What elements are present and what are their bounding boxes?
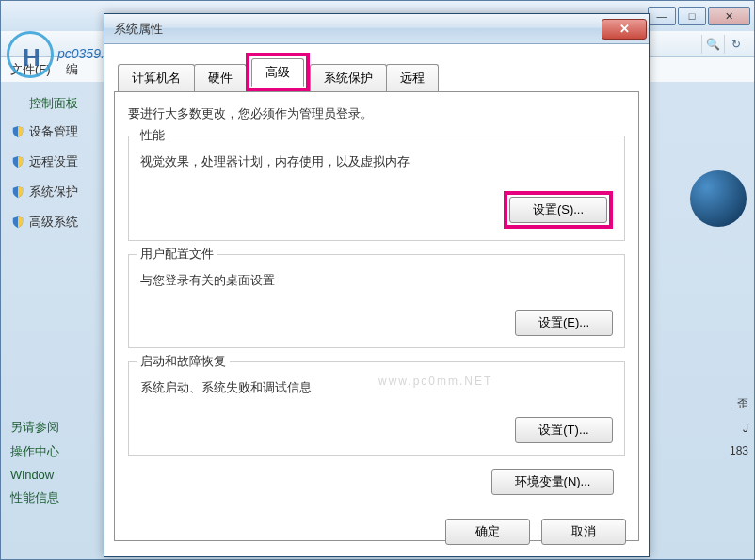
sidebar-item-label: 设备管理 bbox=[29, 123, 78, 140]
groupbox-desc: 视觉效果，处理器计划，内存使用，以及虚拟内存 bbox=[140, 153, 613, 170]
see-also-section: 另请参阅 操作中心 Window 性能信息 bbox=[10, 419, 104, 506]
tabs-row: 计算机名 硬件 高级 系统保护 远程 bbox=[104, 44, 649, 91]
tab-content-advanced: 要进行大多数更改，您必须作为管理员登录。 性能 视觉效果，处理器计划，内存使用，… bbox=[114, 91, 639, 541]
performance-groupbox: 性能 视觉效果，处理器计划，内存使用，以及虚拟内存 设置(S)... bbox=[128, 136, 625, 241]
admin-intro-text: 要进行大多数更改，您必须作为管理员登录。 bbox=[128, 105, 625, 122]
shield-icon bbox=[10, 184, 25, 200]
dialog-close-button[interactable]: ✕ bbox=[602, 19, 647, 40]
performance-settings-button[interactable]: 设置(S)... bbox=[509, 197, 607, 223]
groupbox-desc: 与您登录有关的桌面设置 bbox=[140, 272, 613, 289]
sidebar-item-device-manager[interactable]: 设备管理 bbox=[10, 123, 104, 140]
dialog-footer: 确定 取消 bbox=[445, 519, 626, 545]
shield-icon bbox=[10, 124, 25, 139]
sidebar: 控制面板 设备管理 远程设置 系统保护 高级系统 另请参阅 操作中心 Windo… bbox=[10, 95, 104, 514]
groupbox-title: 性能 bbox=[137, 127, 169, 144]
sidebar-item-label: 高级系统 bbox=[29, 214, 78, 231]
right-partial-text: 歪 J 183 bbox=[730, 396, 748, 467]
tab-advanced[interactable]: 高级 bbox=[251, 58, 304, 87]
ok-button[interactable]: 确定 bbox=[445, 519, 530, 545]
highlight-box: 设置(S)... bbox=[504, 191, 613, 229]
search-icon[interactable]: 🔍 bbox=[701, 35, 724, 54]
groupbox-title: 用户配置文件 bbox=[137, 246, 217, 263]
shield-icon bbox=[10, 215, 25, 230]
dialog-titlebar[interactable]: 系统属性 ✕ bbox=[104, 14, 649, 44]
tab-remote[interactable]: 远程 bbox=[386, 64, 439, 91]
startup-recovery-settings-button[interactable]: 设置(T)... bbox=[515, 417, 613, 443]
tab-hardware[interactable]: 硬件 bbox=[194, 64, 247, 91]
site-logo-watermark: H bbox=[7, 31, 63, 88]
windows-logo bbox=[690, 170, 747, 227]
sidebar-item-remote[interactable]: 远程设置 bbox=[10, 153, 104, 170]
outer-minimize-button[interactable]: — bbox=[648, 7, 676, 25]
groupbox-title: 启动和故障恢复 bbox=[137, 353, 230, 370]
startup-recovery-groupbox: 启动和故障恢复 系统启动、系统失败和调试信息 设置(T)... bbox=[128, 361, 625, 456]
shield-icon bbox=[10, 154, 25, 169]
outer-close-button[interactable]: ✕ bbox=[708, 7, 750, 25]
tab-system-protection[interactable]: 系统保护 bbox=[310, 64, 387, 91]
see-also-link[interactable]: Window bbox=[10, 468, 104, 482]
user-profiles-settings-button[interactable]: 设置(E)... bbox=[515, 310, 613, 336]
see-also-link[interactable]: 操作中心 bbox=[10, 443, 104, 460]
menu-edit[interactable]: 编 bbox=[66, 61, 78, 78]
dialog-title: 系统属性 bbox=[114, 21, 163, 38]
sidebar-item-advanced[interactable]: 高级系统 bbox=[10, 214, 104, 231]
sidebar-item-label: 系统保护 bbox=[29, 184, 78, 200]
groupbox-desc: 系统启动、系统失败和调试信息 bbox=[140, 379, 613, 396]
highlight-box: 高级 bbox=[246, 53, 310, 92]
see-also-title: 另请参阅 bbox=[10, 419, 104, 436]
sidebar-item-label: 远程设置 bbox=[29, 153, 78, 170]
sidebar-item-protection[interactable]: 系统保护 bbox=[10, 184, 104, 200]
cancel-button[interactable]: 取消 bbox=[541, 519, 626, 545]
refresh-icon[interactable]: ↻ bbox=[724, 35, 747, 54]
tab-computer-name[interactable]: 计算机名 bbox=[118, 64, 195, 91]
system-properties-dialog: 系统属性 ✕ 计算机名 硬件 高级 系统保护 远程 要进行大多数更改，您必须作为… bbox=[104, 13, 650, 557]
see-also-link[interactable]: 性能信息 bbox=[10, 489, 104, 506]
environment-variables-button[interactable]: 环境变量(N)... bbox=[491, 469, 614, 495]
user-profiles-groupbox: 用户配置文件 与您登录有关的桌面设置 设置(E)... bbox=[128, 254, 625, 348]
outer-maximize-button[interactable]: □ bbox=[678, 7, 706, 25]
sidebar-title[interactable]: 控制面板 bbox=[10, 95, 104, 112]
